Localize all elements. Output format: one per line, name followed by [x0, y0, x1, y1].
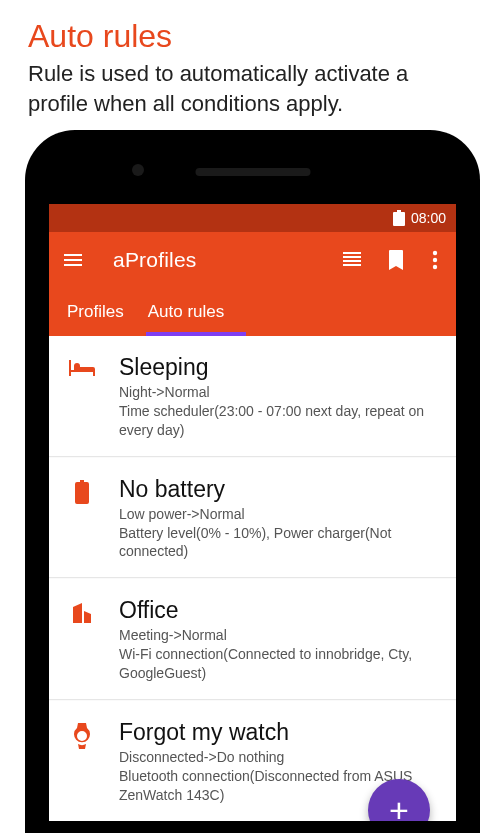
rule-title: Forgot my watch	[119, 719, 442, 746]
rule-transition: Meeting->Normal	[119, 626, 442, 645]
rule-item[interactable]: Sleeping Night->Normal Time scheduler(23…	[49, 336, 456, 457]
rule-item[interactable]: No battery Low power->Normal Battery lev…	[49, 458, 456, 579]
rule-item[interactable]: Office Meeting->Normal Wi-Fi connection(…	[49, 579, 456, 700]
page-title: Auto rules	[0, 0, 500, 59]
rule-transition: Night->Normal	[119, 383, 442, 402]
tab-auto-rules[interactable]: Auto rules	[136, 288, 237, 336]
list-icon[interactable]	[340, 248, 364, 272]
battery-low-icon	[67, 476, 97, 562]
rule-body: Office Meeting->Normal Wi-Fi connection(…	[119, 597, 442, 683]
rule-transition: Low power->Normal	[119, 505, 442, 524]
rule-condition: Wi-Fi connection(Connected to innobridge…	[119, 645, 442, 683]
rules-list: Sleeping Night->Normal Time scheduler(23…	[49, 336, 456, 821]
rule-title: No battery	[119, 476, 442, 503]
phone-screen: 08:00 aProfiles Profiles Auto	[49, 204, 456, 821]
menu-icon[interactable]	[61, 248, 85, 272]
svg-point-0	[433, 251, 437, 255]
rule-title: Office	[119, 597, 442, 624]
tab-profiles[interactable]: Profiles	[55, 288, 136, 336]
watch-icon	[67, 719, 97, 805]
battery-icon	[393, 210, 405, 226]
status-time: 08:00	[411, 210, 446, 226]
overflow-icon[interactable]	[432, 248, 444, 272]
app-title: aProfiles	[107, 248, 318, 272]
rule-body: No battery Low power->Normal Battery lev…	[119, 476, 442, 562]
phone-inner: 08:00 aProfiles Profiles Auto	[37, 142, 468, 821]
building-icon	[67, 597, 97, 683]
svg-point-1	[433, 258, 437, 262]
phone-speaker	[195, 168, 310, 176]
rule-condition: Time scheduler(23:00 - 07:00 next day, r…	[119, 402, 442, 440]
rule-condition: Battery level(0% - 10%), Power charger(N…	[119, 524, 442, 562]
app-bar: aProfiles	[49, 232, 456, 288]
phone-frame: 08:00 aProfiles Profiles Auto	[25, 130, 480, 833]
bookmark-icon[interactable]	[386, 248, 410, 272]
plus-icon: +	[389, 791, 409, 822]
rule-transition: Disconnected->Do nothing	[119, 748, 442, 767]
rule-body: Sleeping Night->Normal Time scheduler(23…	[119, 354, 442, 440]
page-subtitle: Rule is used to automatically activate a…	[0, 59, 500, 130]
tab-bar: Profiles Auto rules	[49, 288, 456, 336]
rule-title: Sleeping	[119, 354, 442, 381]
phone-camera	[132, 164, 144, 176]
svg-point-2	[433, 265, 437, 269]
bed-icon	[67, 354, 97, 440]
status-bar: 08:00	[49, 204, 456, 232]
